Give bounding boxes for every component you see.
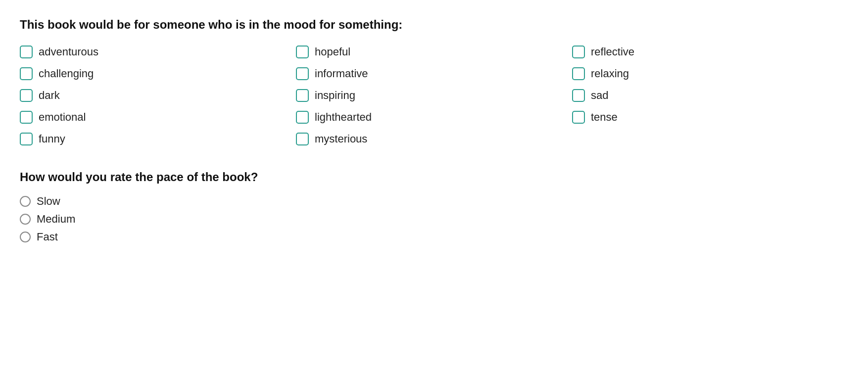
- mood-label-challenging: challenging: [39, 67, 94, 80]
- mood-label-dark: dark: [39, 89, 60, 102]
- mood-label-lighthearted: lighthearted: [315, 111, 372, 124]
- mood-item-challenging[interactable]: challenging: [20, 67, 296, 80]
- mood-label-tense: tense: [591, 111, 618, 124]
- mood-label-informative: informative: [315, 67, 368, 80]
- mood-label-adventurous: adventurous: [39, 46, 98, 58]
- mood-checkbox-lighthearted[interactable]: [296, 111, 309, 124]
- mood-item-emotional[interactable]: emotional: [20, 111, 296, 124]
- mood-item-hopeful[interactable]: hopeful: [296, 46, 572, 58]
- mood-checkbox-inspiring[interactable]: [296, 89, 309, 102]
- pace-label-slow: Slow: [37, 195, 60, 208]
- pace-radio-medium[interactable]: [20, 214, 31, 225]
- mood-checkbox-reflective[interactable]: [572, 46, 585, 58]
- mood-checkbox-tense[interactable]: [572, 111, 585, 124]
- mood-item-sad[interactable]: sad: [572, 89, 848, 102]
- pace-item-fast[interactable]: Fast: [20, 231, 848, 243]
- mood-checkbox-sad[interactable]: [572, 89, 585, 102]
- mood-label-sad: sad: [591, 89, 608, 102]
- mood-label-hopeful: hopeful: [315, 46, 350, 58]
- pace-label-fast: Fast: [37, 231, 58, 243]
- pace-section: How would you rate the pace of the book?…: [20, 170, 848, 243]
- mood-checkbox-emotional[interactable]: [20, 111, 33, 124]
- pace-radio-slow[interactable]: [20, 196, 31, 207]
- mood-checkbox-hopeful[interactable]: [296, 46, 309, 58]
- mood-column-3: reflectiverelaxingsadtense: [572, 46, 848, 145]
- pace-radio-fast[interactable]: [20, 232, 31, 242]
- mood-checkbox-challenging[interactable]: [20, 67, 33, 80]
- mood-label-inspiring: inspiring: [315, 89, 355, 102]
- mood-checkbox-mysterious[interactable]: [296, 133, 309, 145]
- mood-label-mysterious: mysterious: [315, 133, 367, 145]
- mood-checkbox-adventurous[interactable]: [20, 46, 33, 58]
- mood-checkbox-dark[interactable]: [20, 89, 33, 102]
- mood-section: This book would be for someone who is in…: [20, 18, 848, 145]
- mood-checkbox-informative[interactable]: [296, 67, 309, 80]
- mood-checkbox-relaxing[interactable]: [572, 67, 585, 80]
- mood-section-title: This book would be for someone who is in…: [20, 18, 848, 32]
- pace-options: SlowMediumFast: [20, 195, 848, 243]
- mood-column-2: hopefulinformativeinspiringlightheartedm…: [296, 46, 572, 145]
- mood-item-adventurous[interactable]: adventurous: [20, 46, 296, 58]
- mood-label-relaxing: relaxing: [591, 67, 629, 80]
- pace-item-medium[interactable]: Medium: [20, 213, 848, 226]
- mood-label-funny: funny: [39, 133, 65, 145]
- mood-label-emotional: emotional: [39, 111, 86, 124]
- mood-item-tense[interactable]: tense: [572, 111, 848, 124]
- mood-item-reflective[interactable]: reflective: [572, 46, 848, 58]
- mood-item-relaxing[interactable]: relaxing: [572, 67, 848, 80]
- mood-item-dark[interactable]: dark: [20, 89, 296, 102]
- pace-item-slow[interactable]: Slow: [20, 195, 848, 208]
- mood-item-mysterious[interactable]: mysterious: [296, 133, 572, 145]
- mood-item-lighthearted[interactable]: lighthearted: [296, 111, 572, 124]
- mood-checkbox-funny[interactable]: [20, 133, 33, 145]
- mood-item-inspiring[interactable]: inspiring: [296, 89, 572, 102]
- pace-section-title: How would you rate the pace of the book?: [20, 170, 848, 184]
- mood-item-informative[interactable]: informative: [296, 67, 572, 80]
- pace-label-medium: Medium: [37, 213, 75, 226]
- mood-grid: adventurouschallengingdarkemotionalfunny…: [20, 46, 848, 145]
- mood-label-reflective: reflective: [591, 46, 634, 58]
- mood-column-1: adventurouschallengingdarkemotionalfunny: [20, 46, 296, 145]
- mood-item-funny[interactable]: funny: [20, 133, 296, 145]
